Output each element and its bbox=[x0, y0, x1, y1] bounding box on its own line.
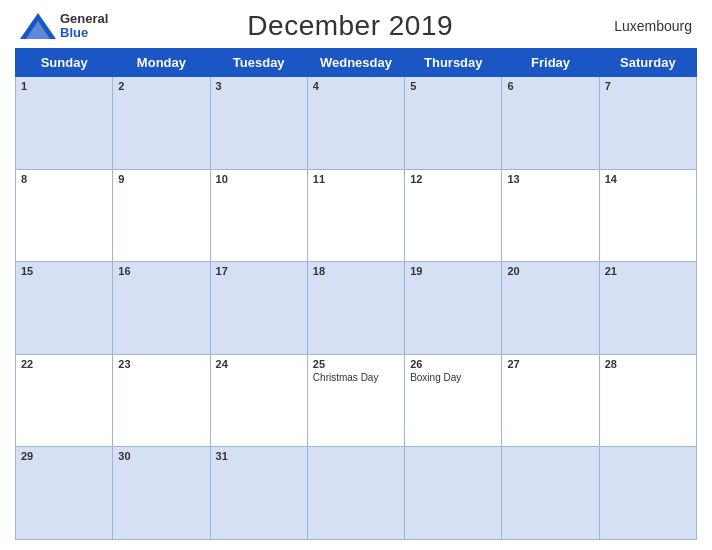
calendar-cell: 16 bbox=[113, 262, 210, 355]
holiday-name: Christmas Day bbox=[313, 372, 399, 383]
calendar-cell: 27 bbox=[502, 354, 599, 447]
day-number: 10 bbox=[216, 173, 302, 185]
day-number: 1 bbox=[21, 80, 107, 92]
day-number: 8 bbox=[21, 173, 107, 185]
calendar-body: 1234567891011121314151617181920212223242… bbox=[16, 77, 697, 540]
col-saturday: Saturday bbox=[599, 49, 696, 77]
day-number: 23 bbox=[118, 358, 204, 370]
calendar-cell: 24 bbox=[210, 354, 307, 447]
calendar-cell bbox=[599, 447, 696, 540]
calendar-cell: 18 bbox=[307, 262, 404, 355]
day-number: 27 bbox=[507, 358, 593, 370]
table-row: 293031 bbox=[16, 447, 697, 540]
calendar-cell: 15 bbox=[16, 262, 113, 355]
calendar-cell: 14 bbox=[599, 169, 696, 262]
table-row: 22232425Christmas Day26Boxing Day2728 bbox=[16, 354, 697, 447]
day-number: 12 bbox=[410, 173, 496, 185]
calendar-cell: 23 bbox=[113, 354, 210, 447]
calendar-header-row: Sunday Monday Tuesday Wednesday Thursday… bbox=[16, 49, 697, 77]
day-number: 15 bbox=[21, 265, 107, 277]
col-wednesday: Wednesday bbox=[307, 49, 404, 77]
calendar-table: Sunday Monday Tuesday Wednesday Thursday… bbox=[15, 48, 697, 540]
calendar-cell: 9 bbox=[113, 169, 210, 262]
day-number: 29 bbox=[21, 450, 107, 462]
day-number: 19 bbox=[410, 265, 496, 277]
title-area: December 2019 bbox=[108, 10, 592, 42]
col-tuesday: Tuesday bbox=[210, 49, 307, 77]
days-of-week-row: Sunday Monday Tuesday Wednesday Thursday… bbox=[16, 49, 697, 77]
logo-icon bbox=[20, 11, 56, 41]
calendar-cell: 10 bbox=[210, 169, 307, 262]
col-thursday: Thursday bbox=[405, 49, 502, 77]
day-number: 3 bbox=[216, 80, 302, 92]
calendar-cell: 3 bbox=[210, 77, 307, 170]
calendar-cell: 28 bbox=[599, 354, 696, 447]
day-number: 18 bbox=[313, 265, 399, 277]
day-number: 11 bbox=[313, 173, 399, 185]
calendar-title: December 2019 bbox=[247, 10, 453, 41]
calendar-cell: 2 bbox=[113, 77, 210, 170]
calendar-cell: 21 bbox=[599, 262, 696, 355]
day-number: 26 bbox=[410, 358, 496, 370]
day-number: 21 bbox=[605, 265, 691, 277]
calendar-cell: 29 bbox=[16, 447, 113, 540]
table-row: 15161718192021 bbox=[16, 262, 697, 355]
logo-general: General bbox=[60, 12, 108, 26]
calendar-cell: 6 bbox=[502, 77, 599, 170]
day-number: 16 bbox=[118, 265, 204, 277]
calendar-cell: 11 bbox=[307, 169, 404, 262]
calendar-cell: 8 bbox=[16, 169, 113, 262]
day-number: 31 bbox=[216, 450, 302, 462]
day-number: 9 bbox=[118, 173, 204, 185]
calendar-header: General Blue December 2019 Luxembourg bbox=[15, 10, 697, 42]
day-number: 13 bbox=[507, 173, 593, 185]
holiday-name: Boxing Day bbox=[410, 372, 496, 383]
day-number: 7 bbox=[605, 80, 691, 92]
logo: General Blue bbox=[20, 11, 108, 41]
day-number: 20 bbox=[507, 265, 593, 277]
day-number: 24 bbox=[216, 358, 302, 370]
calendar-cell bbox=[405, 447, 502, 540]
day-number: 2 bbox=[118, 80, 204, 92]
day-number: 17 bbox=[216, 265, 302, 277]
table-row: 891011121314 bbox=[16, 169, 697, 262]
calendar-cell: 26Boxing Day bbox=[405, 354, 502, 447]
calendar-cell: 5 bbox=[405, 77, 502, 170]
calendar-cell: 7 bbox=[599, 77, 696, 170]
day-number: 4 bbox=[313, 80, 399, 92]
day-number: 5 bbox=[410, 80, 496, 92]
calendar-cell: 20 bbox=[502, 262, 599, 355]
col-sunday: Sunday bbox=[16, 49, 113, 77]
calendar-cell: 1 bbox=[16, 77, 113, 170]
calendar-cell bbox=[502, 447, 599, 540]
day-number: 28 bbox=[605, 358, 691, 370]
calendar-cell: 25Christmas Day bbox=[307, 354, 404, 447]
day-number: 25 bbox=[313, 358, 399, 370]
calendar-cell: 13 bbox=[502, 169, 599, 262]
day-number: 6 bbox=[507, 80, 593, 92]
calendar-cell: 22 bbox=[16, 354, 113, 447]
col-friday: Friday bbox=[502, 49, 599, 77]
logo-text: General Blue bbox=[60, 12, 108, 41]
calendar-cell: 31 bbox=[210, 447, 307, 540]
day-number: 22 bbox=[21, 358, 107, 370]
calendar-cell: 19 bbox=[405, 262, 502, 355]
col-monday: Monday bbox=[113, 49, 210, 77]
calendar-cell: 30 bbox=[113, 447, 210, 540]
calendar-cell: 4 bbox=[307, 77, 404, 170]
day-number: 30 bbox=[118, 450, 204, 462]
calendar-cell: 12 bbox=[405, 169, 502, 262]
logo-blue: Blue bbox=[60, 26, 108, 40]
day-number: 14 bbox=[605, 173, 691, 185]
country-label: Luxembourg bbox=[592, 18, 692, 34]
calendar-cell: 17 bbox=[210, 262, 307, 355]
table-row: 1234567 bbox=[16, 77, 697, 170]
calendar-cell bbox=[307, 447, 404, 540]
